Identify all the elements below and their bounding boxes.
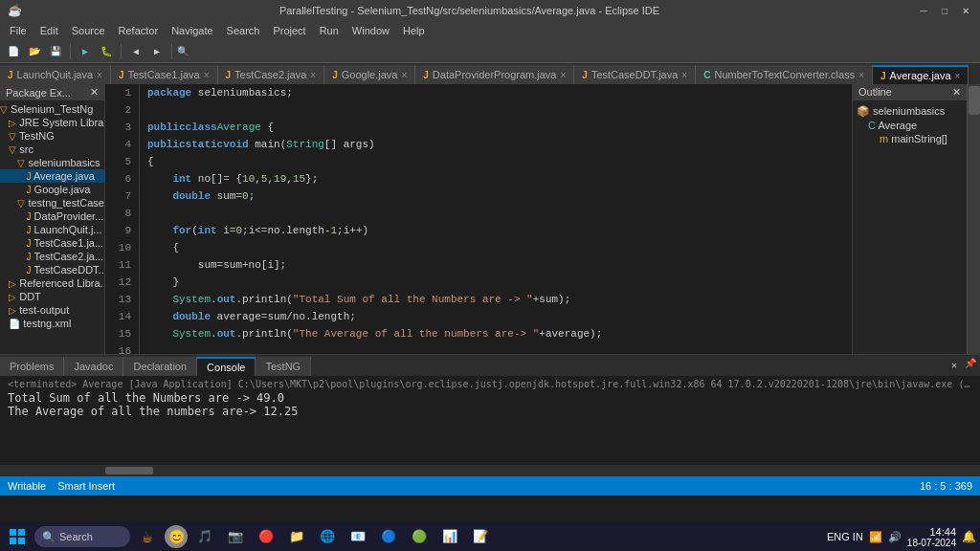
menu-item-project[interactable]: Project	[267, 23, 311, 38]
code-line-7[interactable]: double sum=0;	[147, 187, 844, 205]
tab-dataproviderprogram-java[interactable]: JDataProviderProgram.java×	[415, 65, 574, 84]
outline-item[interactable]: C Average	[857, 119, 963, 132]
menu-item-search[interactable]: Search	[221, 23, 266, 38]
menu-item-edit[interactable]: Edit	[34, 23, 64, 38]
outline-item[interactable]: 📦 seleniumbasics	[857, 104, 963, 119]
tree-item-src[interactable]: ▽ src	[0, 143, 104, 156]
toolbar-save[interactable]: 💾	[46, 43, 65, 60]
menu-item-file[interactable]: File	[4, 23, 33, 38]
windows-start-button[interactable]	[4, 523, 31, 550]
toolbar-fwd[interactable]: ▶	[147, 43, 167, 60]
console-pin-btn[interactable]: 📌	[965, 358, 976, 373]
taskbar-icon-7[interactable]: 🔵	[375, 523, 402, 550]
code-line-8[interactable]	[147, 205, 844, 222]
code-editor[interactable]: 1234567891011121314151617 package seleni…	[105, 84, 852, 354]
bottom-tab-javadoc[interactable]: Javadoc	[64, 357, 123, 376]
bottom-tab-console[interactable]: Console	[197, 357, 256, 376]
code-line-4[interactable]: public static void main(String[] args)	[147, 136, 844, 153]
maximize-button[interactable]: □	[938, 4, 951, 17]
tree-item-testcase1-ja---[interactable]: J TestCase1.ja...	[0, 236, 104, 250]
tree-item-dataprovider---[interactable]: J DataProvider...	[0, 209, 104, 223]
tab-close[interactable]: ×	[955, 71, 961, 81]
taskbar-icon-1[interactable]: 🎵	[191, 523, 218, 550]
tab-close[interactable]: ×	[204, 70, 210, 80]
toolbar-new[interactable]: 📄	[4, 43, 23, 60]
tree-item-testcaseddt---[interactable]: J TestCaseDDT...	[0, 263, 104, 276]
bottom-tab-problems[interactable]: Problems	[0, 357, 64, 376]
taskbar-icon-2[interactable]: 📷	[222, 523, 249, 550]
menu-item-window[interactable]: Window	[346, 23, 395, 38]
tree-item-ddt[interactable]: ▷ DDT	[0, 290, 104, 303]
outline-item[interactable]: m mainString[]	[857, 132, 963, 145]
taskbar-eclipse-icon[interactable]: ☕	[134, 523, 161, 550]
tree-item-selenium-testng[interactable]: ▽ Selenium_TestNg	[0, 102, 104, 116]
code-line-1[interactable]: package seleniumbasics;	[147, 84, 844, 101]
tab-close[interactable]: ×	[401, 70, 407, 80]
tree-item-seleniumbasics[interactable]: ▽ seleniumbasics	[0, 156, 104, 169]
tab-close[interactable]: ×	[560, 70, 566, 80]
code-line-10[interactable]: {	[147, 239, 844, 256]
tab-google-java[interactable]: JGoogle.java×	[324, 65, 415, 84]
tab-testcase1-java[interactable]: JTestCase1.java×	[111, 65, 218, 84]
scroll-thumb[interactable]	[969, 86, 980, 115]
h-scroll-thumb[interactable]	[105, 467, 153, 474]
outline-close[interactable]: ✕	[952, 86, 961, 99]
toolbar-open[interactable]: 📂	[25, 43, 44, 60]
tab-testcaseddt-java[interactable]: JTestCaseDDT.java×	[574, 65, 696, 84]
code-line-3[interactable]: public class Average {	[147, 119, 844, 136]
menu-item-run[interactable]: Run	[314, 23, 345, 38]
code-line-9[interactable]: for(int i=0;i<=no.length-1;i++)	[147, 222, 844, 239]
tab-testcase2-java[interactable]: JTestCase2.java×	[218, 65, 325, 84]
taskbar-icon-4[interactable]: 📁	[283, 523, 310, 550]
bottom-tab-declaration[interactable]: Declaration	[123, 357, 197, 376]
taskbar-face-icon[interactable]: 😊	[165, 525, 188, 548]
code-line-14[interactable]: double average=sum/no.length;	[147, 308, 844, 325]
taskbar-notification[interactable]: 🔔	[962, 530, 976, 543]
code-line-13[interactable]: System.out.println("Total Sum of all the…	[147, 291, 844, 308]
taskbar-icon-10[interactable]: 📝	[467, 523, 494, 550]
menu-item-source[interactable]: Source	[66, 23, 111, 38]
bottom-tab-testng[interactable]: TestNG	[256, 357, 311, 376]
tab-launchquit-java[interactable]: JLaunchQuit.java×	[0, 65, 111, 84]
tree-item-testng-xml[interactable]: 📄 testng.xml	[0, 317, 104, 330]
toolbar-debug[interactable]: 🐛	[97, 43, 116, 60]
search-bar[interactable]: 🔍 Search	[34, 526, 130, 547]
code-line-2[interactable]	[147, 101, 844, 119]
tab-close[interactable]: ×	[97, 70, 102, 80]
tab-close[interactable]: ×	[681, 70, 687, 80]
taskbar-icon-5[interactable]: 🌐	[314, 523, 341, 550]
tab-close[interactable]: ×	[310, 70, 316, 80]
taskbar-icon-9[interactable]: 📊	[436, 523, 463, 550]
console-clear-btn[interactable]: ✕	[947, 358, 962, 373]
toolbar-back[interactable]: ◀	[126, 43, 145, 60]
tree-item-referenced-libra---[interactable]: ▷ Referenced Libra...	[0, 276, 104, 290]
code-line-16[interactable]	[147, 342, 844, 354]
taskbar-icon-3[interactable]: 🔴	[253, 523, 279, 550]
code-line-6[interactable]: int no[]= {10,5,19,15};	[147, 170, 844, 187]
code-line-15[interactable]: System.out.println("The Average of all t…	[147, 325, 844, 342]
menu-item-navigate[interactable]: Navigate	[166, 23, 218, 38]
tree-item-jre-system-library[interactable]: ▷ JRE System Library	[0, 116, 104, 129]
tree-item-average-java[interactable]: J Average.java	[0, 169, 104, 183]
package-explorer-close[interactable]: ✕	[90, 86, 99, 99]
tab-close[interactable]: ×	[858, 70, 864, 80]
close-button[interactable]: ✕	[959, 4, 972, 17]
tab-average-java[interactable]: JAverage.java×	[873, 65, 969, 84]
menu-item-help[interactable]: Help	[397, 23, 431, 38]
tree-item-launchquit-j---[interactable]: J LaunchQuit.j...	[0, 223, 104, 236]
code-line-11[interactable]: sum=sum+no[i];	[147, 256, 844, 274]
code-line-12[interactable]: }	[147, 274, 844, 291]
tree-item-testng-testcases[interactable]: ▽ testng_testCases	[0, 196, 104, 209]
toolbar-run[interactable]: ▶	[76, 43, 95, 60]
menu-item-refactor[interactable]: Refactor	[113, 23, 165, 38]
tree-item-testcase2-ja---[interactable]: J TestCase2.ja...	[0, 250, 104, 263]
tree-item-test-output[interactable]: ▷ test-output	[0, 303, 104, 317]
tree-item-testng[interactable]: ▽ TestNG	[0, 129, 104, 143]
scroll-right[interactable]	[967, 84, 980, 354]
minimize-button[interactable]: ─	[917, 4, 930, 17]
horizontal-scrollbar[interactable]	[0, 465, 980, 476]
tree-item-google-java[interactable]: J Google.java	[0, 183, 104, 196]
code-line-5[interactable]: {	[147, 153, 844, 170]
tab-numbertotextconverter-class[interactable]: CNumberToTextConverter.class×	[696, 65, 873, 84]
taskbar-icon-6[interactable]: 📧	[345, 523, 371, 550]
